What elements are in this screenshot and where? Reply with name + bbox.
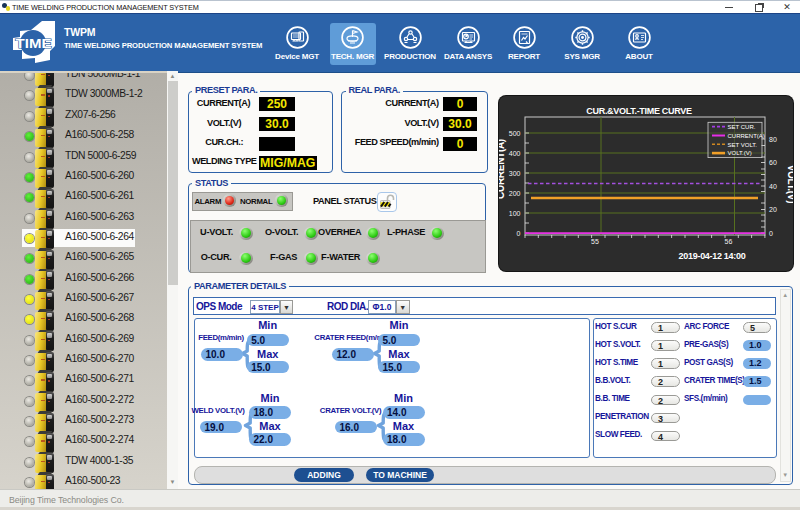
svg-text:400: 400 xyxy=(509,150,521,157)
svg-text:2019-04-12 14:00: 2019-04-12 14:00 xyxy=(679,251,746,261)
svg-text:56: 56 xyxy=(725,238,733,245)
svg-text:60: 60 xyxy=(769,159,777,166)
svg-text:20: 20 xyxy=(769,206,777,213)
svg-text:CURRENT(A): CURRENT(A) xyxy=(728,133,765,139)
svg-text:0: 0 xyxy=(769,230,773,237)
svg-text:SET CUR.: SET CUR. xyxy=(728,124,756,130)
svg-text:0: 0 xyxy=(517,230,521,237)
svg-text:200: 200 xyxy=(509,190,521,197)
svg-text:CUR.&VOLT.-TIME CURVE: CUR.&VOLT.-TIME CURVE xyxy=(586,106,692,116)
svg-text:300: 300 xyxy=(509,170,521,177)
svg-text:SET VOLT.: SET VOLT. xyxy=(728,142,758,148)
svg-text:55: 55 xyxy=(591,238,599,245)
svg-text:VOLT.(V): VOLT.(V) xyxy=(786,165,794,204)
svg-text:500: 500 xyxy=(509,130,521,137)
svg-text:80: 80 xyxy=(769,136,777,143)
svg-text:TIME: TIME xyxy=(16,36,52,50)
svg-text:VOLT.(V): VOLT.(V) xyxy=(728,150,752,156)
svg-text:40: 40 xyxy=(769,183,777,190)
svg-text:100: 100 xyxy=(509,210,521,217)
svg-text:CURRENT(A): CURRENT(A) xyxy=(499,139,506,199)
